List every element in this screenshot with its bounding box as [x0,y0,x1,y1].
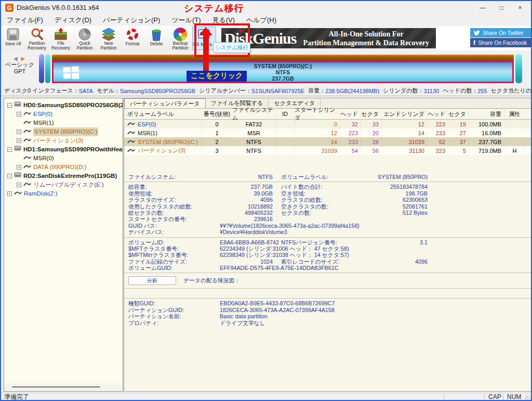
next-disk-icon[interactable]: ▶ [21,56,26,61]
status-bar: 準備完了 CAP NUM [1,393,531,401]
expand-icon[interactable]: + [17,112,21,117]
partition-icon [23,127,31,136]
volume-details: ファイルシステム:NTFS ボリュームラベル:SYSTEM (850PRO) 総… [124,174,531,326]
disk-icon [14,101,21,110]
magnifier-icon [30,27,44,41]
status-num-indicator: NUM [507,393,521,401]
tree-item-partition3[interactable]: + パーティション(3) [4,136,123,145]
partition-icon [23,154,31,163]
partition-icon [127,121,135,127]
format-button[interactable]: Format [121,27,144,50]
tree-item-ramdisk-z[interactable]: + RamDisk(Z:) [4,189,123,198]
table-row-system-selected[interactable]: SYSTEM (850PRO)(C:) 2 NTFS 14 233 28 310… [124,137,531,146]
scrollbar-thumb[interactable] [12,386,100,387]
tree-item-hd0[interactable]: − HD0:SamsungSSD850PRO256GB(238GB) [4,101,123,110]
expand-icon[interactable]: + [17,130,21,134]
diskgenius-banner: DiskGenius All-In-One Solution For Parti… [221,28,436,48]
tree-item-msr1[interactable]: MSR(1) [4,119,123,127]
status-caps-indicator: CAP [488,393,501,401]
table-header: ボリュームラベル 番号(状態) ファイルシステム ID スタートシリンダ ヘッド… [124,109,531,120]
title-bar: G DiskGenius V6.0.0.1631 x64 システム移行 — □ … [1,1,531,15]
status-ready: 準備完了 [4,393,29,401]
tree-item-rd2[interactable]: − RD2:SanDiskExtremePro(119GB) [4,172,123,180]
prev-disk-icon[interactable]: ◀ [14,56,19,61]
maximize-button[interactable]: □ [493,1,510,15]
save-all-button[interactable]: Save All [1,27,25,50]
diskgenius-window: G DiskGenius V6.0.0.1631 x64 システム移行 — □ … [0,0,532,401]
expand-icon[interactable]: + [17,138,21,143]
analyze-button[interactable]: 分析 [128,276,176,285]
resize-grip[interactable] [525,395,530,400]
tree-item-esp[interactable]: + ESP(0) [4,110,123,119]
table-row-msr[interactable]: MSR(1) 1 MSR 12 223 20 14 233 27 16.0MB [124,128,531,137]
close-button[interactable]: × [511,1,529,15]
partition-icon [127,130,135,136]
partition-detail-panel: パーティションパラメータ ファイルを閲覧する セクタエディタ ボリュームラベル … [124,98,532,392]
app-logo-icon: G [5,4,14,12]
partition-recovery-button[interactable]: Partition Recovery [25,27,49,50]
menu-partition[interactable]: パーティション(P) [97,16,166,25]
file-recovery-button[interactable]: File Recovery [49,27,73,50]
minimize-button[interactable]: — [474,1,491,15]
disk-nav: ◀ ▶ ベーシック GPT [4,56,35,75]
facebook-icon: f [473,38,475,47]
partition-icon [14,189,22,198]
system-partition-bar[interactable]: SYSTEM (850PRO)(C:) NTFS 237.7GB [52,61,514,83]
backup-pie-icon [174,27,187,41]
window-title: DiskGenius V6.0.0.1631 x64 [17,4,99,11]
tab-partition-parameters[interactable]: パーティションパラメータ [124,98,206,108]
quick-partition-button[interactable]: Quick Partition [73,27,97,50]
collapse-icon[interactable]: − [7,147,12,152]
save-icon [6,27,20,42]
tree-item-removable-e[interactable]: + リムーバブルディスク(E:) [4,180,123,189]
toolbar: Save All Partition Recovery File Recover… [1,26,221,50]
share-facebook-button[interactable]: f Share On Facebook [470,38,531,47]
tree-item-system-c[interactable]: + SYSTEM (850PRO)(C:) [4,127,123,136]
collapse-icon[interactable]: − [7,174,12,178]
disk-mode-basic: ベーシック [4,61,35,68]
banner-slogan: All-In-One Solution For Partition Manage… [296,30,436,47]
backup-partition-button[interactable]: Backup Partition [168,27,192,50]
menu-file[interactable]: ファイル(F) [1,16,49,25]
annotation-click-here: ここをクリック [187,71,247,82]
disk-capacity-bar [52,55,514,61]
esp-partition-bar[interactable] [39,54,44,83]
os-migration-tooltip: システム移行 [213,42,250,53]
table-row-esp[interactable]: ESP(0) 0 FAT32 0 32 33 12 223 19 100.0MB [124,120,531,128]
disk-mode-gpt: GPT [4,68,35,75]
collapse-icon[interactable]: − [7,103,12,108]
data-distribution-caption: データの配る情況図： [183,277,240,284]
partition-icon [23,180,31,189]
expand-icon[interactable]: + [17,183,21,187]
trash-icon [149,27,164,42]
partition-icon [23,136,31,145]
disk-icon [14,172,21,180]
partition-icon [23,163,31,172]
new-partition-button[interactable]: New Partition [97,27,121,50]
annotation-arrow-shaft [203,34,209,72]
twitter-icon [473,30,480,36]
share-twitter-button[interactable]: Share On Twitter [470,28,531,37]
menu-bar: ファイル(F) ディスク(D) パーティション(P) ツール(T) 見る(V) … [1,15,531,26]
disk-strip: ◀ ▶ ベーシック GPT SYSTEM (850PRO)(C:) NTFS 2… [1,50,531,86]
msr-partition-bar[interactable] [45,54,50,83]
tree-item-msr0[interactable]: MSR(0) [4,154,123,163]
tree-item-data-d[interactable]: + DATA (990PRO)(D:) [4,163,123,172]
partition-icon [23,110,31,119]
partition-icon [127,139,135,145]
disk-tree-panel: − HD0:SamsungSSD850PRO256GB(238GB) + ESP… [4,98,123,392]
new-partition-icon [101,27,116,41]
expand-icon[interactable]: + [17,165,21,170]
table-row-partition3[interactable]: パーティション(3) 3 NTFS 31039 54 56 31130 223 … [124,146,531,155]
partition-icon [127,148,135,154]
menu-disk[interactable]: ディスク(D) [49,16,97,25]
tree-horizontal-scrollbar[interactable] [5,383,122,391]
share-area: Share On Twitter f Share On Facebook [436,26,532,50]
file-recovery-icon [54,27,68,41]
disk-info-line: ディスク0 インタフェース：SATA モデル：SamsungSSD850PRO2… [1,86,531,96]
annotation-system-migration-title: システム移行 [184,2,244,15]
delete-button[interactable]: Delete [144,27,168,50]
expand-icon[interactable]: + [7,191,12,196]
tree-item-hd1[interactable]: − HD1:SamsungSSD990PROwithHeatsink2T [4,145,123,154]
last-partition-bar[interactable] [515,54,522,83]
